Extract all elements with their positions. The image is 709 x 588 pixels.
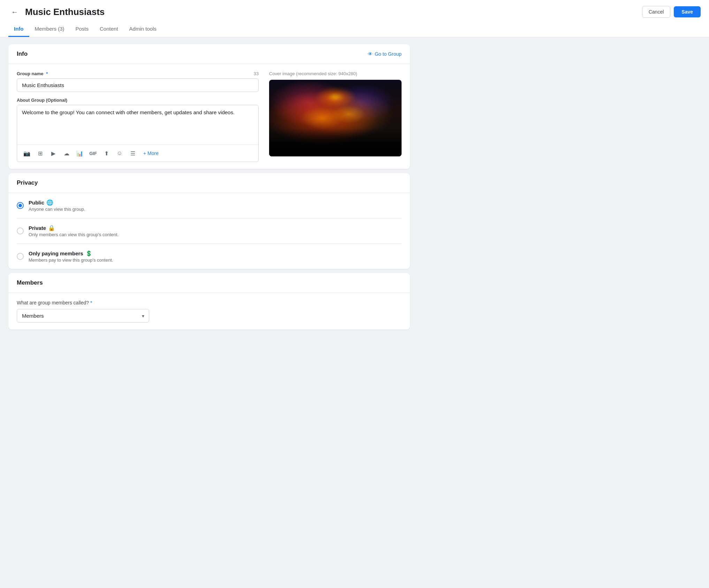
group-name-input[interactable] [17,78,259,92]
privacy-text-public: Public 🌐 Anyone can view this group. [29,199,402,212]
save-button[interactable]: Save [674,6,701,17]
cloud-icon[interactable]: ☁ [61,148,72,159]
header-actions: Cancel Save [642,6,701,18]
about-textarea-wrapper: Welcome to the group! You can connect wi… [17,105,259,162]
members-called-required: * [90,300,92,305]
about-label: About Group (Optional) [17,98,259,103]
privacy-option-public[interactable]: Public 🌐 Anyone can view this group. [17,193,402,218]
privacy-card: Privacy Public 🌐 Anyone can view this gr… [8,173,410,269]
members-body: What are group members called? * Members… [8,293,410,330]
group-name-label-row: Group name * 33 [17,71,259,76]
privacy-card-title: Privacy [17,179,38,186]
group-name-label: Group name * [17,71,48,76]
lock-icon: 🔒 [48,225,55,231]
cancel-button[interactable]: Cancel [642,6,671,18]
back-button[interactable]: ← [8,6,21,18]
radio-private[interactable] [17,227,24,234]
go-to-group-link[interactable]: 👁 Go to Group [368,51,402,57]
gif-icon[interactable]: GIF [87,148,99,159]
privacy-option-private[interactable]: Private 🔒 Only members can view this gro… [17,218,402,244]
main-content: Info 👁 Go to Group Group name * 33 About… [0,37,418,341]
tab-posts[interactable]: Posts [70,22,94,37]
info-left: Group name * 33 About Group (Optional) W… [17,71,259,162]
radio-public[interactable] [17,202,24,209]
grid-icon[interactable]: ⊞ [35,148,46,159]
privacy-body: Public 🌐 Anyone can view this group. Pri… [8,193,410,269]
members-called-select[interactable]: Members Fans Followers Subscribers Stude… [17,309,149,323]
photo-icon[interactable]: 📷 [21,148,32,159]
privacy-text-private: Private 🔒 Only members can view this gro… [29,225,402,237]
page-title: Music Enthusiasts [25,7,105,17]
radio-paying[interactable] [17,253,24,260]
radio-inner-public [18,204,22,207]
tabs-nav: Info Members (3) Posts Content Admin too… [8,22,701,37]
info-right: Cover image (recommended size: 940x280) [269,71,402,162]
more-button[interactable]: + More [140,149,161,157]
page-header: ← Music Enthusiasts Cancel Save Info Mem… [0,0,709,37]
cover-image[interactable] [269,80,402,156]
members-card: Members What are group members called? *… [8,273,410,330]
globe-icon: 🌐 [46,199,53,206]
about-textarea[interactable]: Welcome to the group! You can connect wi… [17,105,258,144]
go-to-group-label: Go to Group [375,51,402,57]
privacy-text-paying: Only paying members 💲 Members pay to vie… [29,250,402,263]
members-card-header: Members [8,273,410,293]
info-card: Info 👁 Go to Group Group name * 33 About… [8,44,410,169]
info-card-header: Info 👁 Go to Group [8,44,410,64]
eye-icon: 👁 [368,51,373,57]
tab-content[interactable]: Content [94,22,124,37]
cover-label: Cover image (recommended size: 940x280) [269,71,402,76]
members-called-label: What are group members called? * [17,300,402,305]
tab-info[interactable]: Info [8,22,29,37]
chart-icon[interactable]: 📊 [74,148,85,159]
privacy-name-public: Public 🌐 [29,199,402,206]
privacy-name-paying: Only paying members 💲 [29,250,402,257]
members-called-wrapper: Members Fans Followers Subscribers Stude… [17,309,149,323]
emoji-icon[interactable]: ☺ [114,148,125,159]
privacy-option-paying[interactable]: Only paying members 💲 Members pay to vie… [17,244,402,269]
upload-icon[interactable]: ⬆ [101,148,112,159]
privacy-desc-paying: Members pay to view this group's content… [29,257,402,263]
privacy-desc-public: Anyone can view this group. [29,207,402,212]
paying-icon: 💲 [85,250,92,257]
privacy-desc-private: Only members can view this group's conte… [29,232,402,237]
tab-admin-tools[interactable]: Admin tools [124,22,162,37]
char-count: 33 [254,71,259,76]
tab-members[interactable]: Members (3) [29,22,70,37]
group-name-required: * [46,71,48,76]
list-icon[interactable]: ☰ [127,148,138,159]
video-icon[interactable]: ▶ [48,148,59,159]
members-card-title: Members [17,279,43,286]
info-card-title: Info [17,51,28,57]
privacy-card-header: Privacy [8,173,410,193]
toolbar: 📷 ⊞ ▶ ☁ 📊 GIF ⬆ ☺ ☰ + More [17,145,258,162]
header-left: ← Music Enthusiasts [8,6,105,18]
privacy-name-private: Private 🔒 [29,225,402,231]
info-body: Group name * 33 About Group (Optional) W… [8,64,410,169]
